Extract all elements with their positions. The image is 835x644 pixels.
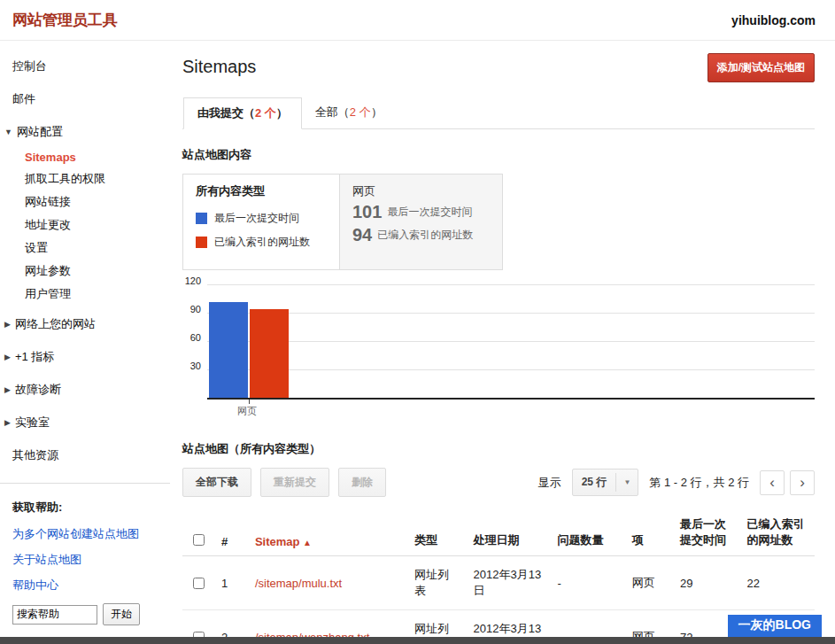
col-header-last-submitted: 最后一次提交时间: [673, 509, 740, 556]
next-page-button[interactable]: ›: [790, 470, 815, 495]
tab-label: 全部（: [315, 105, 350, 119]
sitemaps-table: # Sitemap ▲ 类型 处理日期 问题数量 项 最后一次提交时间 已编入索…: [182, 509, 815, 644]
prev-page-button[interactable]: ‹: [760, 470, 785, 495]
tab-label: 由我提交（: [197, 106, 255, 120]
stats-values-box: 网页 101 最后一次提交时间 94 已编入索引的网址数: [340, 174, 503, 270]
sidebar-item-site-config[interactable]: ▼网站配置: [4, 124, 170, 140]
legend-label: 已编入索引的网址数: [214, 235, 310, 250]
sidebar-item-plus1-metrics[interactable]: ▶+1 指标: [4, 349, 170, 365]
col-header-sitemap[interactable]: Sitemap ▲: [248, 509, 407, 556]
tabs: 由我提交（2 个） 全部（2 个）: [182, 97, 815, 129]
col-header-issues: 问题数量: [551, 509, 625, 556]
legend-item-submitted: 最后一次提交时间: [196, 211, 327, 226]
help-heading: 获取帮助:: [12, 500, 170, 516]
sidebar-item-change-of-address[interactable]: 地址更改: [25, 217, 170, 233]
sidebar-item-other-resources[interactable]: 其他资源: [12, 447, 170, 463]
help-link-about-sitemaps[interactable]: 关于站点地图: [12, 552, 170, 568]
site-config-children: Sitemaps 抓取工具的权限 网站链接 地址更改 设置 网址参数 用户管理: [12, 151, 170, 302]
rows-per-page-select[interactable]: 25 行 ▼: [572, 469, 639, 496]
main-content: Sitemaps 添加/测试站点地图 由我提交（2 个） 全部（2 个） 站点地…: [170, 41, 835, 644]
cell-type: 网址列表: [407, 556, 467, 610]
sidebar-item-label: 网络上您的网站: [15, 317, 96, 330]
triangle-right-icon: ▶: [4, 385, 11, 394]
delete-button[interactable]: 删除: [338, 468, 386, 497]
stat-submitted: 101 最后一次提交时间: [352, 202, 490, 222]
col-header-type: 类型: [407, 509, 467, 556]
sidebar-item-label: +1 指标: [15, 350, 54, 363]
sidebar-item-sitelinks[interactable]: 网站链接: [25, 194, 170, 210]
page-info: 第 1 - 2 行，共 2 行: [649, 475, 749, 491]
chart-plot: [207, 284, 815, 400]
cell-date: 2012年3月13日: [467, 556, 551, 610]
cell-num: 1: [214, 556, 248, 610]
sitemap-bar-chart: 306090120: [182, 284, 815, 400]
sidebar-item-crawler-access[interactable]: 抓取工具的权限: [25, 171, 170, 187]
cell-last: 29: [673, 556, 740, 610]
show-label: 显示: [538, 475, 561, 491]
sidebar-item-user-admin[interactable]: 用户管理: [25, 286, 170, 302]
sidebar-item-dashboard[interactable]: 控制台: [12, 58, 170, 74]
sidebar-divider: [0, 483, 170, 484]
stat-indexed-label: 已编入索引的网址数: [377, 228, 473, 243]
select-all-checkbox[interactable]: [193, 534, 205, 546]
col-header-date: 处理日期: [467, 509, 551, 556]
sidebar: 控制台 邮件 ▼网站配置 Sitemaps 抓取工具的权限 网站链接 地址更改 …: [0, 41, 170, 625]
stats-legend-box: 所有内容类型 最后一次提交时间 已编入索引的网址数: [182, 174, 340, 270]
legend-swatch-red-icon: [196, 237, 207, 248]
legend-label: 最后一次提交时间: [214, 211, 299, 226]
sidebar-item-labs[interactable]: ▶实验室: [4, 415, 170, 431]
legend-swatch-blue-icon: [196, 213, 207, 224]
table-toolbar: 全部下载 重新提交 删除 显示 25 行 ▼ 第 1 - 2 行，共 2 行 ‹…: [182, 468, 815, 497]
tab-count: 2 个: [350, 105, 371, 119]
tab-label: ）: [371, 105, 383, 119]
sidebar-item-url-parameters[interactable]: 网址参数: [25, 263, 170, 279]
rows-per-page-value: 25 行: [573, 469, 616, 495]
triangle-right-icon: ▶: [4, 320, 11, 329]
tab-count: 2 个: [255, 106, 276, 120]
stats-page-type: 网页: [352, 183, 490, 199]
stat-indexed: 94 已编入索引的网址数: [352, 225, 490, 245]
help-link-create-sitemaps[interactable]: 为多个网站创建站点地图: [12, 526, 170, 542]
legend-item-indexed: 已编入索引的网址数: [196, 235, 327, 250]
triangle-down-icon: ▼: [4, 128, 12, 136]
col-header-indexed: 已编入索引的网址数: [740, 509, 815, 556]
download-all-button[interactable]: 全部下载: [182, 468, 251, 497]
chart-x-tick: [249, 400, 250, 404]
sitemap-link[interactable]: /sitemap/mulu.txt: [255, 577, 342, 590]
resubmit-button[interactable]: 重新提交: [260, 468, 329, 497]
col-header-num: #: [214, 509, 248, 556]
sidebar-item-your-site-on-web[interactable]: ▶网络上您的网站: [4, 316, 170, 332]
chart-bar-submitted: [209, 302, 248, 398]
site-name: yihuiblog.com: [731, 13, 816, 27]
chart-x-label: 网页: [237, 405, 815, 418]
sidebar-item-messages[interactable]: 邮件: [12, 91, 170, 107]
stat-indexed-value: 94: [352, 225, 372, 245]
sidebar-item-label: 实验室: [15, 415, 50, 429]
tab-all[interactable]: 全部（2 个）: [302, 97, 396, 129]
triangle-right-icon: ▶: [4, 353, 11, 361]
help-link-help-center[interactable]: 帮助中心: [12, 578, 170, 594]
row-checkbox[interactable]: [193, 578, 205, 589]
stats-boxes: 所有内容类型 最后一次提交时间 已编入索引的网址数 网页 101 最后一次提交时…: [182, 174, 815, 270]
table-header-row: # Sitemap ▲ 类型 处理日期 问题数量 项 最后一次提交时间 已编入索…: [182, 509, 815, 556]
app-title: 网站管理员工具: [12, 10, 118, 30]
header: 网站管理员工具 yihuiblog.com: [0, 0, 835, 41]
chart-y-axis: 306090120: [182, 284, 207, 400]
sidebar-item-settings[interactable]: 设置: [25, 240, 170, 256]
cell-indexed: 22: [740, 556, 815, 610]
cell-issues: -: [551, 556, 625, 610]
sidebar-item-label: 故障诊断: [15, 383, 61, 396]
section-title-sitemaps-table: 站点地图（所有内容类型）: [182, 441, 815, 457]
add-test-sitemap-button[interactable]: 添加/测试站点地图: [707, 53, 815, 82]
stats-box-title: 所有内容类型: [196, 183, 327, 199]
search-start-button[interactable]: 开始: [103, 603, 140, 625]
tab-submitted-by-me[interactable]: 由我提交（2 个）: [183, 97, 302, 129]
help-search-input[interactable]: [12, 605, 97, 625]
table-row: 1 /sitemap/mulu.txt 网址列表 2012年3月13日 - 网页…: [182, 556, 815, 610]
stat-submitted-label: 最后一次提交时间: [387, 205, 472, 220]
section-title-sitemap-content: 站点地图内容: [182, 147, 815, 163]
sidebar-item-sitemaps[interactable]: Sitemaps: [25, 151, 170, 164]
sidebar-item-diagnostics[interactable]: ▶故障诊断: [4, 382, 170, 398]
sort-asc-icon: ▲: [303, 538, 312, 547]
blog-badge: 一灰的BLOG: [728, 615, 822, 637]
